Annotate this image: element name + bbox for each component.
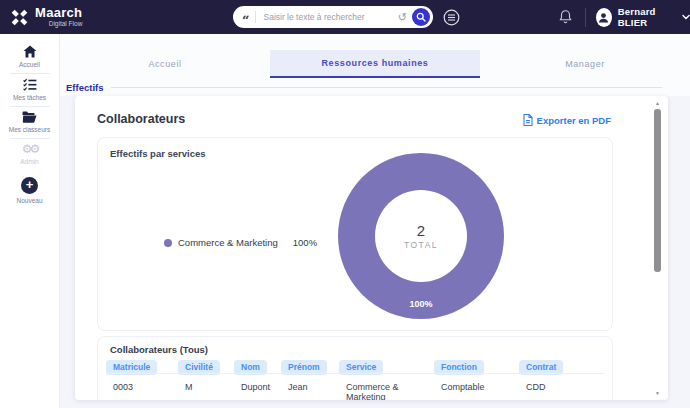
sidebar-item-admin[interactable]: ⚙⚙ Admin [0,139,59,170]
tasks-icon [23,78,37,91]
sidebar-item-accueil[interactable]: Accueil [0,41,59,73]
tab-bar: Accueil Ressources humaines Manager [60,50,690,78]
pdf-file-icon [523,114,533,126]
sidebar-item-mes-taches[interactable]: Mes tâches [0,74,59,106]
app-subtitle: Digital Flow [35,21,82,28]
topbar: Maarch Digital Flow “ ↺ [0,0,690,34]
cell-service: Commerce & Marketing [339,378,434,400]
table-title: Collaborateurs (Tous) [110,344,208,355]
scroll-up-arrow-icon[interactable]: ▲ [652,100,663,106]
cell-fonction: Comptable [434,378,519,400]
notifications-bell-icon[interactable] [558,9,573,24]
chevron-down-icon [682,14,690,20]
export-pdf-label: Exporter en PDF [537,115,611,126]
cell-contrat: CDD [519,378,609,400]
panel-title: Collaborateurs [97,112,185,126]
section-divider [111,87,662,88]
search-button[interactable] [412,8,430,26]
scrollbar-thumb[interactable] [654,109,661,272]
panel-scrollbar[interactable]: ▲ ▼ [652,98,663,398]
donut-slice-label: 100% [338,299,504,309]
legend-label: Commerce & Marketing [178,237,278,248]
user-avatar-icon [596,8,612,27]
legend-value: 100% [293,237,317,248]
cell-prenom: Jean [281,378,339,400]
effectifs-section-header: Effectifs [66,82,662,93]
chart-card: Effectifs par services Commerce & Market… [97,137,613,331]
tab-ressources-humaines[interactable]: Ressources humaines [270,50,480,78]
maarch-logo[interactable]: Maarch Digital Flow [0,6,82,28]
table-header-row: Matricule Civilité Nom Prénom Service Fo… [106,356,608,375]
donut-total-value: 2 [417,222,425,239]
legend-color-dot [164,239,172,247]
home-icon [23,45,37,58]
user-name: Bernard BLIER [618,6,676,28]
sidebar-item-mes-classeurs[interactable]: Mes classeurs [0,107,59,138]
donut-center: 2 TOTAL [375,190,467,282]
search-input[interactable] [263,12,395,22]
plus-icon: + [21,177,38,194]
cell-civilite: M [178,378,234,400]
donut-chart[interactable]: 2 TOTAL 100% [338,153,504,319]
scroll-down-arrow-icon[interactable]: ▼ [652,390,663,396]
donut-total-label: TOTAL [404,240,438,250]
table-header-divider [106,373,604,374]
chart-title: Effectifs par services [110,148,206,159]
topbar-divider [585,8,586,27]
maarch-logo-icon [10,8,29,27]
folder-icon [22,111,37,123]
gears-icon: ⚙⚙ [22,143,38,155]
app-window: Maarch Digital Flow “ ↺ [0,0,690,408]
search-icon [416,12,426,22]
chart-legend[interactable]: Commerce & Marketing 100% [164,237,317,248]
collaborateurs-table-card: Collaborateurs (Tous) Matricule Civilité… [97,336,613,400]
search-divider [255,11,256,23]
export-pdf-link[interactable]: Exporter en PDF [523,114,611,126]
tab-manager[interactable]: Manager [480,50,690,78]
tab-accueil[interactable]: Accueil [60,50,270,78]
user-menu[interactable]: Bernard BLIER [596,0,690,34]
cell-nom: Dupont [234,378,281,400]
cell-matricule: 0003 [106,378,178,400]
quick-list-icon[interactable] [443,9,460,26]
app-title: Maarch [35,6,82,19]
collaborateurs-panel: Collaborateurs Exporter en PDF Effectifs… [75,96,668,400]
main-content: Accueil Ressources humaines Manager Effe… [60,34,690,408]
search-bar[interactable]: “ ↺ [233,6,433,28]
search-history-icon[interactable]: ↺ [398,11,407,24]
sidebar-item-nouveau[interactable]: + Nouveau [0,173,59,209]
section-label: Effectifs [66,82,103,93]
table-row[interactable]: 0003 M Dupont Jean Commerce & Marketing … [106,378,608,400]
sidebar: Accueil Mes tâches [0,34,60,408]
